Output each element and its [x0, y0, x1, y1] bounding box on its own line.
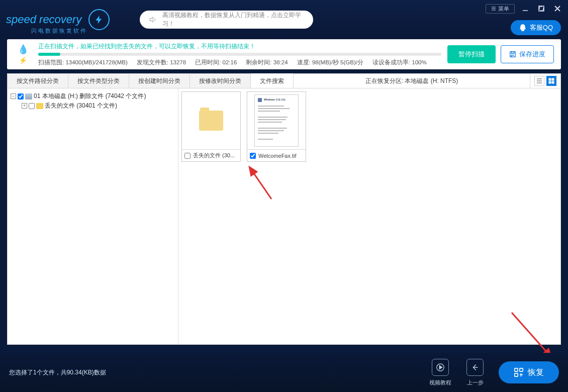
scan-status-panel: 💧⚡ 正在扫描文件，如果已经找到您丢失的文件，可以立即恢复，不用等待扫描结束！ … — [7, 39, 561, 69]
svg-rect-9 — [515, 373, 518, 376]
svg-rect-1 — [510, 52, 516, 57]
tree-child[interactable]: + 丢失的文件 (30401 个文件) — [22, 101, 175, 111]
video-tutorial-button[interactable]: 视频教程 — [429, 359, 451, 386]
folder-icon — [36, 103, 43, 109]
svg-rect-8 — [520, 368, 523, 371]
scan-progress-bar — [38, 53, 441, 56]
app-name-en: speed recovery — [6, 13, 81, 26]
folder-icon — [199, 111, 223, 131]
tree-checkbox[interactable] — [29, 103, 35, 109]
view-toggle — [530, 74, 560, 88]
save-icon — [509, 51, 516, 58]
scan-stats: 扫描范围: 13400(MB)/241728(MB) 发现文件数: 13278 … — [38, 59, 441, 66]
tutorial-banner[interactable]: 高清视频教程，数据恢复从入门到精通，点击立即学习！ — [140, 11, 313, 29]
collapse-icon[interactable]: − — [11, 93, 16, 99]
svg-rect-5 — [552, 81, 554, 83]
tree-checkbox[interactable] — [18, 93, 24, 100]
expand-icon[interactable]: + — [22, 103, 27, 109]
play-icon — [436, 363, 445, 372]
svg-rect-2 — [549, 78, 551, 80]
menu-button[interactable]: 菜单 — [486, 4, 515, 14]
tab-by-path[interactable]: 按文件路径分类 — [8, 74, 68, 88]
svg-rect-7 — [515, 368, 518, 371]
partition-info: 正在恢复分区: 本地磁盘 (H: NTFS) — [294, 74, 530, 88]
main-panel: − 01 本地磁盘 (H:) 删除文件 (74042 个文件) + 丢失的文件 … — [7, 88, 561, 345]
tab-by-modified[interactable]: 按修改时间分类 — [190, 74, 251, 88]
close-button[interactable] — [552, 3, 563, 14]
hamburger-icon — [491, 6, 496, 11]
scan-message: 正在扫描文件，如果已经找到您丢失的文件，可以立即恢复，不用等待扫描结束！ — [38, 42, 441, 51]
window-controls: 菜单 — [486, 3, 563, 14]
selection-info: 您选择了1个文件，共90.34(KB)数据 — [9, 368, 106, 377]
tab-by-type[interactable]: 按文件类型分类 — [68, 74, 129, 88]
svg-rect-3 — [552, 78, 554, 80]
bolt-icon — [88, 9, 110, 30]
file-item-folder[interactable]: 丢失的文件 (30... — [181, 91, 241, 162]
document-thumb: Windows 传真功能 — [254, 94, 299, 147]
minimize-button[interactable] — [520, 3, 531, 14]
list-view-button[interactable] — [534, 76, 544, 86]
tab-file-search[interactable]: 文件搜索 — [251, 73, 294, 88]
tab-by-created[interactable]: 按创建时间分类 — [129, 74, 190, 88]
pause-scan-button[interactable]: 暂停扫描 — [447, 45, 496, 63]
recover-icon — [514, 367, 524, 377]
bottom-bar: 您选择了1个文件，共90.34(KB)数据 视频教程 上一步 恢复 — [0, 353, 568, 392]
tree-root[interactable]: − 01 本地磁盘 (H:) 删除文件 (74042 个文件) — [11, 91, 175, 101]
file-name: WelcomeFax.tif — [258, 153, 297, 159]
scan-progress-fill — [38, 53, 60, 56]
app-name-cn: 闪电数据恢复软件 — [31, 27, 87, 35]
file-tree[interactable]: − 01 本地磁盘 (H:) 删除文件 (74042 个文件) + 丢失的文件 … — [8, 88, 178, 344]
title-bar: speed recovery 闪电数据恢复软件 高清视频教程，数据恢复从入门到精… — [0, 0, 568, 39]
customer-service-button[interactable]: 客服QQ — [511, 20, 561, 35]
speaker-icon — [149, 15, 157, 24]
back-button[interactable]: 上一步 — [466, 359, 484, 386]
recover-button[interactable]: 恢复 — [499, 361, 559, 383]
svg-rect-4 — [549, 81, 551, 83]
file-grid: 丢失的文件 (30... Windows 传真功能 — [178, 88, 560, 344]
file-item-tif[interactable]: Windows 传真功能 — [247, 91, 306, 162]
save-progress-button[interactable]: 保存进度 — [501, 45, 554, 63]
qq-icon — [519, 24, 527, 32]
tutorial-text: 高清视频教程，数据恢复从入门到精通，点击立即学习！ — [162, 11, 304, 28]
maximize-button[interactable] — [536, 3, 547, 14]
grid-view-button[interactable] — [546, 76, 556, 86]
scan-icon: 💧⚡ — [14, 44, 32, 65]
drive-icon — [25, 93, 32, 100]
file-checkbox[interactable] — [184, 153, 191, 159]
file-name: 丢失的文件 (30... — [193, 152, 235, 159]
file-checkbox[interactable] — [250, 153, 256, 159]
category-tabs: 按文件路径分类 按文件类型分类 按创建时间分类 按修改时间分类 文件搜索 正在恢… — [7, 73, 561, 88]
back-icon — [470, 363, 480, 372]
